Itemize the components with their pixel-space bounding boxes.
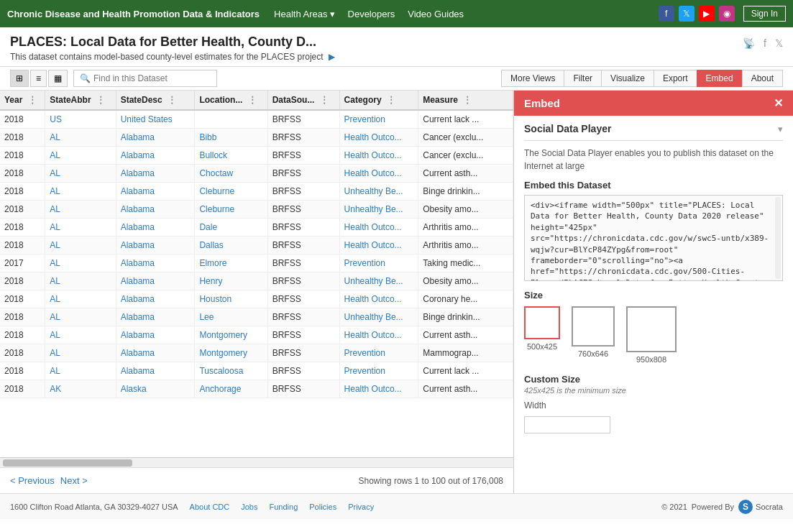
table-cell[interactable]: Health Outco...	[339, 147, 418, 165]
table-cell[interactable]: Dale	[195, 219, 267, 237]
table-cell[interactable]: Alabama	[116, 183, 195, 201]
table-cell[interactable]: AL	[45, 344, 116, 362]
table-cell[interactable]: Alabama	[116, 201, 195, 219]
table-cell[interactable]: Unhealthy Be...	[339, 308, 418, 326]
table-cell[interactable]: AL	[45, 147, 116, 165]
tab-about[interactable]: About	[742, 70, 783, 87]
grid-view-button[interactable]: ⊞	[10, 70, 29, 87]
table-cell[interactable]: Bullock	[195, 147, 267, 165]
next-button[interactable]: Next >	[60, 475, 88, 486]
collapse-icon[interactable]: ▾	[778, 124, 783, 134]
table-cell[interactable]: Prevention	[339, 344, 418, 362]
table-cell[interactable]: Alabama	[116, 165, 195, 183]
table-cell[interactable]: Bibb	[195, 129, 267, 147]
embed-code-textarea[interactable]: <div><iframe width="500px" title="PLACES…	[524, 195, 783, 281]
search-input[interactable]	[93, 73, 211, 83]
table-cell[interactable]: Henry	[195, 272, 267, 290]
col-category[interactable]: Category ⋮	[339, 91, 418, 110]
table-cell[interactable]: Alabama	[116, 147, 195, 165]
table-cell[interactable]: Prevention	[339, 362, 418, 380]
col-measure[interactable]: Measure ⋮	[418, 91, 513, 110]
table-cell[interactable]: AL	[45, 272, 116, 290]
tab-embed[interactable]: Embed	[697, 70, 742, 87]
table-cell[interactable]: Health Outco...	[339, 380, 418, 398]
table-cell[interactable]: Prevention	[339, 110, 418, 129]
table-cell[interactable]: Alabama	[116, 326, 195, 344]
table-cell[interactable]: Health Outco...	[339, 219, 418, 237]
embed-close-button[interactable]: ✕	[774, 96, 783, 110]
table-cell[interactable]: Health Outco...	[339, 129, 418, 147]
col-menu-location[interactable]: ⋮	[248, 95, 257, 105]
table-cell[interactable]: Unhealthy Be...	[339, 201, 418, 219]
table-cell[interactable]: Alabama	[116, 308, 195, 326]
col-menu-category[interactable]: ⋮	[387, 95, 395, 105]
rss-icon[interactable]: 📡	[743, 37, 755, 49]
table-cell[interactable]: Lee	[195, 308, 267, 326]
footer-jobs[interactable]: Jobs	[241, 503, 257, 511]
nav-video-guides[interactable]: Video Guides	[408, 9, 464, 19]
table-cell[interactable]: Montgomery	[195, 326, 267, 344]
table-cell[interactable]: Dallas	[195, 237, 267, 254]
table-cell[interactable]: Choctaw	[195, 165, 267, 183]
instagram-icon[interactable]: ◉	[719, 6, 735, 22]
table-cell[interactable]: Cleburne	[195, 201, 267, 219]
footer-about-cdc[interactable]: About CDC	[190, 503, 230, 511]
tab-visualize[interactable]: Visualize	[601, 70, 654, 87]
table-cell[interactable]: Health Outco...	[339, 290, 418, 308]
col-location[interactable]: Location... ⋮	[195, 91, 267, 110]
col-menu-measure[interactable]: ⋮	[463, 95, 472, 105]
col-year[interactable]: Year ⋮	[0, 91, 45, 110]
table-cell[interactable]: Health Outco...	[339, 326, 418, 344]
table-cell[interactable]: AK	[45, 380, 116, 398]
table-cell[interactable]: AL	[45, 362, 116, 380]
table-cell[interactable]: Health Outco...	[339, 165, 418, 183]
sign-in-button[interactable]: Sign In	[743, 6, 786, 22]
youtube-icon[interactable]: ▶	[699, 6, 715, 22]
facebook-share-icon[interactable]: f	[764, 37, 766, 49]
table-cell[interactable]: Prevention	[339, 254, 418, 272]
table-cell[interactable]: AL	[45, 237, 116, 254]
col-menu-statedesc[interactable]: ⋮	[168, 95, 176, 105]
table-cell[interactable]: Unhealthy Be...	[339, 272, 418, 290]
table-cell[interactable]: AL	[45, 219, 116, 237]
table-cell[interactable]: Tuscaloosa	[195, 362, 267, 380]
table-cell[interactable]: AL	[45, 254, 116, 272]
table-cell[interactable]: Anchorage	[195, 380, 267, 398]
horizontal-scrollbar[interactable]	[0, 457, 513, 467]
nav-health-areas[interactable]: Health Areas ▾	[274, 9, 334, 19]
table-cell[interactable]	[195, 110, 267, 129]
table-cell[interactable]: Elmore	[195, 254, 267, 272]
table-cell[interactable]: Alaska	[116, 380, 195, 398]
footer-funding[interactable]: Funding	[270, 503, 298, 511]
footer-policies[interactable]: Policies	[309, 503, 336, 511]
table-cell[interactable]: Alabama	[116, 272, 195, 290]
twitter-share-icon[interactable]: 𝕏	[775, 37, 783, 49]
table-cell[interactable]: AL	[45, 129, 116, 147]
width-input[interactable]	[524, 416, 610, 434]
table-cell[interactable]: Health Outco...	[339, 237, 418, 254]
facebook-icon[interactable]: f	[659, 6, 674, 22]
scrollbar-thumb[interactable]	[3, 459, 132, 467]
previous-button[interactable]: < Previous	[10, 475, 55, 486]
col-statedesc[interactable]: StateDesc ⋮	[116, 91, 195, 110]
size-option-500[interactable]: 500x425	[524, 306, 560, 364]
table-cell[interactable]: United States	[116, 110, 195, 129]
table-cell[interactable]: Alabama	[116, 254, 195, 272]
table-cell[interactable]: AL	[45, 326, 116, 344]
table-cell[interactable]: Alabama	[116, 219, 195, 237]
table-cell[interactable]: Alabama	[116, 344, 195, 362]
tab-export[interactable]: Export	[654, 70, 697, 87]
table-cell[interactable]: AL	[45, 183, 116, 201]
footer-privacy[interactable]: Privacy	[348, 503, 374, 511]
table-cell[interactable]: AL	[45, 165, 116, 183]
table-cell[interactable]: Alabama	[116, 129, 195, 147]
tab-filter[interactable]: Filter	[564, 70, 601, 87]
chart-view-button[interactable]: ▦	[48, 70, 68, 87]
table-cell[interactable]: Montgomery	[195, 344, 267, 362]
col-stateabbr[interactable]: StateAbbr ⋮	[45, 91, 116, 110]
table-cell[interactable]: Alabama	[116, 362, 195, 380]
tab-more-views[interactable]: More Views	[501, 70, 564, 87]
col-menu-datasource[interactable]: ⋮	[320, 95, 329, 105]
table-cell[interactable]: Cleburne	[195, 183, 267, 201]
table-cell[interactable]: Alabama	[116, 290, 195, 308]
